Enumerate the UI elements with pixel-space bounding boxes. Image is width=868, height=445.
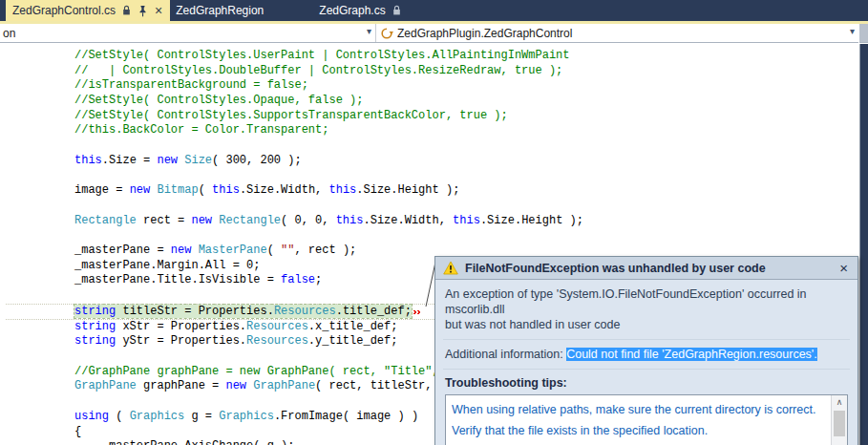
chevron-down-icon: ▾ (367, 26, 371, 36)
exception-message-line2: but was not handled in user code (445, 317, 848, 332)
code-line: //SetStyle( ControlStyles.Opaque, false … (6, 94, 859, 109)
exception-dialog-header: FileNotFoundException was unhandled by u… (435, 257, 857, 280)
project-dropdown[interactable]: on ▾ (0, 24, 376, 42)
divider (443, 339, 850, 340)
code-line: //this.BackColor = Color.Transparent; (6, 123, 859, 138)
code-line (6, 138, 859, 154)
exception-dialog: FileNotFoundException was unhandled by u… (434, 256, 858, 445)
right-edge-panel (859, 24, 868, 43)
exception-dialog-body: An exception of type 'System.IO.FileNotF… (435, 280, 857, 445)
tab-label: ZedGraph.cs (319, 4, 385, 17)
scroll-up-icon[interactable]: ∧ (832, 395, 847, 410)
error-squiggle-icon (413, 310, 421, 314)
code-line: Rectangle rect = new Rectangle( 0, 0, th… (6, 214, 859, 229)
code-line (6, 228, 859, 244)
code-line (6, 169, 859, 184)
visual-studio-window: ZedGraphControl.cs × ZedGraphRegion ZedG… (0, 0, 868, 445)
code-line: //SetStyle( ControlStyles.SupportsTransp… (6, 109, 859, 124)
troubleshooting-tips-header: Troubleshooting tips: (445, 376, 848, 390)
divider (443, 369, 850, 370)
tab-zedgraphcontrol[interactable]: ZedGraphControl.cs × (6, 0, 170, 21)
document-tab-bar: ZedGraphControl.cs × ZedGraphRegion ZedG… (0, 0, 868, 21)
additional-information-selected-text: Could not find file 'ZedGraphRegion.reso… (566, 348, 817, 361)
exception-dialog-title: FileNotFoundException was unhandled by u… (465, 262, 831, 275)
troubleshooting-tip-link[interactable]: Get general help for this exception. (452, 441, 826, 445)
warning-icon (443, 261, 458, 275)
chevron-down-icon: ▾ (850, 26, 855, 36)
scrollbar[interactable]: ∧ ∨ (831, 395, 847, 445)
type-dropdown[interactable]: ZedGraphPlugin.ZedGraphControl ▾ (376, 24, 858, 42)
additional-information-label: Additional information: (445, 348, 566, 361)
tab-label: ZedGraphControl.cs (12, 4, 116, 17)
tab-zedgraphregion[interactable]: ZedGraphRegion (170, 0, 298, 21)
right-edge-panel (859, 44, 868, 445)
lock-icon (121, 5, 132, 16)
editor-navigation-bar: on ▾ ZedGraphPlugin.ZedGraphControl ▾ (0, 24, 858, 43)
code-line: //SetStyle( ControlStyles.UserPaint | Co… (6, 49, 859, 64)
scrollbar-thumb[interactable] (834, 411, 845, 436)
code-line: //isTransparentBackground = false; (6, 78, 859, 94)
tab-label: ZedGraphRegion (176, 4, 264, 17)
code-line: image = new Bitmap( this.Size.Width, thi… (6, 183, 859, 199)
troubleshooting-tip-link[interactable]: Verify that the file exists in the speci… (452, 420, 826, 441)
tab-zedgraph[interactable]: ZedGraph.cs (298, 0, 411, 21)
exception-message-line1: An exception of type 'System.IO.FileNotF… (445, 286, 848, 317)
pin-icon[interactable] (138, 5, 148, 17)
lock-icon (392, 5, 402, 16)
troubleshooting-tip-link[interactable]: When using relative paths, make sure the… (452, 399, 826, 420)
type-dropdown-value: ZedGraphPlugin.ZedGraphControl (397, 27, 572, 40)
close-tab-icon[interactable]: × (154, 5, 163, 16)
close-icon[interactable]: × (837, 262, 850, 275)
class-icon (380, 27, 393, 40)
additional-information: Additional information: Could not find f… (445, 347, 848, 362)
project-dropdown-value: on (3, 27, 15, 40)
troubleshooting-tips-list: When using relative paths, make sure the… (445, 394, 848, 445)
code-line: this.Size = new Size( 300, 200 ); (6, 154, 859, 169)
code-line: // | ControlStyles.DoubleBuffer | Contro… (6, 64, 859, 79)
code-line (6, 199, 859, 214)
